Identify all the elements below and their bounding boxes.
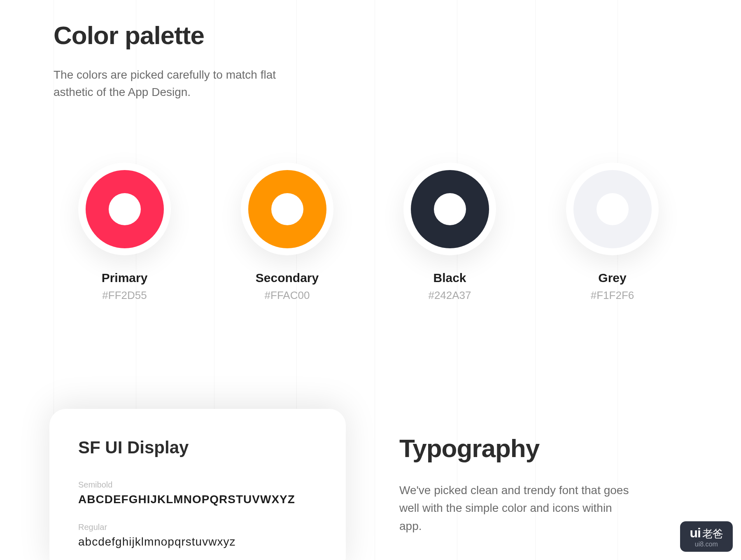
font-card: SF UI Display Semibold ABCDEFGHIJKLMNOPQ… (49, 409, 346, 560)
swatch-hex: #FFAC00 (265, 289, 310, 302)
swatch-name: Black (433, 271, 466, 285)
swatch-grey: Grey #F1F2F6 (566, 163, 659, 302)
swatch-name: Primary (102, 271, 148, 285)
swatch-black: Black #242A37 (403, 163, 496, 302)
typography-desc: We've picked clean and trendy font that … (399, 481, 630, 535)
swatch-chip (78, 163, 171, 255)
swatch-chip (403, 163, 496, 255)
weight-label-regular: Regular (78, 523, 317, 532)
color-ring-icon (248, 170, 326, 248)
swatch-hex: #F1F2F6 (591, 289, 634, 302)
palette-desc: The colors are picked carefully to match… (54, 66, 309, 101)
swatch-hex: #242A37 (428, 289, 471, 302)
swatch-primary: Primary #FF2D55 (78, 163, 171, 302)
swatch-chip (566, 163, 659, 255)
color-ring-icon (411, 170, 489, 248)
alphabet-regular: abcdefghijklmnopqrstuvwxyz (78, 535, 317, 548)
weight-label-semibold: Semibold (78, 480, 317, 490)
swatch-chip (241, 163, 333, 255)
color-ring-icon (86, 170, 164, 248)
swatch-name: Grey (598, 271, 626, 285)
alphabet-semibold: ABCDEFGHIJKLMNOPQRSTUVWXYZ (78, 493, 317, 506)
swatch-secondary: Secondary #FFAC00 (241, 163, 333, 302)
swatch-row: Primary #FF2D55 Secondary #FFAC00 Black … (78, 163, 692, 302)
swatch-hex: #FF2D55 (102, 289, 147, 302)
palette-title: Color palette (54, 21, 692, 50)
swatch-name: Secondary (256, 271, 319, 285)
color-ring-icon (573, 170, 652, 248)
font-family-title: SF UI Display (78, 438, 317, 457)
typography-title: Typography (399, 434, 630, 463)
